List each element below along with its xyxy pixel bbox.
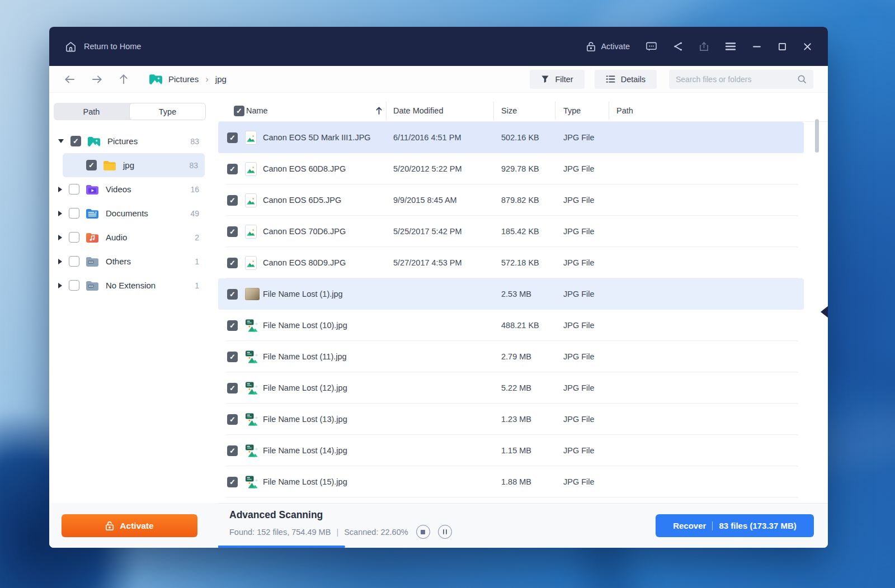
minimize-icon[interactable] <box>752 41 762 51</box>
file-size: 1.23 MB <box>501 415 531 424</box>
back-icon[interactable] <box>64 74 76 84</box>
feedback-chat-icon[interactable] <box>646 41 657 52</box>
tab-path[interactable]: Path <box>54 103 129 120</box>
scan-progress-bar <box>218 546 345 548</box>
tree-checkbox[interactable] <box>69 280 79 291</box>
column-header-size[interactable]: Size <box>501 99 517 122</box>
file-size: 1.88 MB <box>501 477 531 486</box>
sidebar-item-documents[interactable]: Documents49 <box>54 201 206 225</box>
menu-icon[interactable] <box>725 42 736 51</box>
pause-scan-button[interactable] <box>438 525 452 539</box>
file-row[interactable]: ✓Canon EOS 60D8.JPG5/20/2012 5:22 PM929.… <box>218 153 804 184</box>
caret-collapsed-icon[interactable] <box>58 211 62 216</box>
column-header-date[interactable]: Date Modified <box>393 99 443 122</box>
column-header-type[interactable]: Type <box>563 99 581 122</box>
export-icon[interactable] <box>699 41 709 52</box>
row-divider <box>226 497 798 497</box>
file-row[interactable]: ✓Canon EOS 5D Mark III1.JPG6/11/2016 4:5… <box>218 122 804 153</box>
stop-scan-button[interactable] <box>416 525 430 539</box>
file-size: 502.16 KB <box>501 133 539 142</box>
search-icon[interactable] <box>797 74 807 84</box>
window-body: Path Type ✓Pictures83✓jpg83Videos16Docum… <box>49 93 828 503</box>
file-type: JPG File <box>563 446 595 455</box>
tree-checkbox[interactable] <box>69 232 79 243</box>
sidebar-item-audio[interactable]: Audio2 <box>54 225 206 249</box>
recover-button[interactable]: Recover 83 files (173.37 MB) <box>656 514 814 537</box>
activate-button-label: Activate <box>120 521 153 531</box>
up-icon[interactable] <box>119 73 129 85</box>
file-row[interactable]: ✓Canon EOS 6D5.JPG9/9/2015 8:45 AM879.82… <box>218 184 804 216</box>
tree-checkbox[interactable]: ✓ <box>70 136 81 146</box>
row-checkbox[interactable]: ✓ <box>227 414 238 425</box>
desktop-wallpaper: Return to Home Activate <box>0 0 895 588</box>
file-size: 1.15 MB <box>501 446 531 455</box>
tree-item-label: jpg <box>123 160 134 170</box>
row-checkbox[interactable]: ✓ <box>227 383 238 393</box>
search-box[interactable] <box>669 70 813 89</box>
sidebar-item-pictures[interactable]: ✓Pictures83 <box>54 129 206 153</box>
row-checkbox[interactable]: ✓ <box>227 445 238 456</box>
file-row[interactable]: ✓Canon EOS 80D9.JPG5/27/2017 4:53 PM572.… <box>218 247 804 278</box>
titlebar-activate-button[interactable]: Activate <box>586 41 630 52</box>
file-row[interactable]: ✓File Name Lost (14).jpg1.15 MBJPG File <box>218 435 804 466</box>
file-type: JPG File <box>563 258 595 267</box>
file-row[interactable]: ✓File Name Lost (11).jpg2.79 MBJPG File <box>218 341 804 372</box>
sidebar-item-no-extension[interactable]: No Extension1 <box>54 273 206 297</box>
tree-checkbox[interactable]: ✓ <box>86 160 97 170</box>
forward-icon[interactable] <box>91 74 103 84</box>
breadcrumb-root[interactable]: Pictures <box>168 74 199 84</box>
vertical-scrollbar[interactable] <box>815 119 819 153</box>
tree-checkbox[interactable] <box>69 184 79 195</box>
file-type: JPG File <box>563 321 595 330</box>
caret-collapsed-icon[interactable] <box>58 187 62 192</box>
file-row[interactable]: ✓Canon EOS 70D6.JPG5/25/2017 5:42 PM185.… <box>218 216 804 247</box>
share-icon[interactable] <box>673 41 683 51</box>
row-checkbox[interactable]: ✓ <box>227 195 238 206</box>
column-header-path[interactable]: Path <box>616 99 633 122</box>
collapse-panel-handle[interactable] <box>821 306 828 318</box>
lock-icon <box>105 521 114 531</box>
row-checkbox[interactable]: ✓ <box>227 477 238 487</box>
sort-ascending-icon[interactable] <box>375 99 383 122</box>
folder-folder-icon <box>103 160 116 171</box>
column-header-name[interactable]: Name <box>246 99 268 122</box>
details-label: Details <box>621 75 646 84</box>
file-row[interactable]: ✓File Name Lost (1).jpg2.53 MBJPG File <box>218 278 804 310</box>
file-rows: ✓Canon EOS 5D Mark III1.JPG6/11/2016 4:5… <box>218 122 828 497</box>
row-checkbox[interactable]: ✓ <box>227 226 238 237</box>
activate-button[interactable]: Activate <box>62 514 197 537</box>
caret-collapsed-icon[interactable] <box>58 259 62 264</box>
search-input[interactable] <box>676 75 797 84</box>
row-checkbox[interactable]: ✓ <box>227 320 238 331</box>
row-checkbox[interactable]: ✓ <box>227 289 238 300</box>
sidebar-item-others[interactable]: Others1 <box>54 249 206 273</box>
file-type: JPG File <box>563 133 595 142</box>
caret-collapsed-icon[interactable] <box>58 283 62 288</box>
maximize-icon[interactable] <box>778 42 787 51</box>
caret-expanded-icon[interactable] <box>58 139 64 143</box>
row-checkbox[interactable]: ✓ <box>227 164 238 174</box>
jpg-file-icon <box>245 225 257 239</box>
file-type: JPG File <box>563 227 595 236</box>
file-row[interactable]: ✓File Name Lost (10).jpg488.21 KBJPG Fil… <box>218 310 804 341</box>
file-row[interactable]: ✓File Name Lost (13).jpg1.23 MBJPG File <box>218 404 804 435</box>
file-row[interactable]: ✓File Name Lost (15).jpg1.88 MBJPG File <box>218 466 804 497</box>
return-to-home-button[interactable]: Return to Home <box>65 41 141 53</box>
row-checkbox[interactable]: ✓ <box>227 132 238 143</box>
breadcrumb-current[interactable]: jpg <box>215 74 227 84</box>
sidebar-item-videos[interactable]: Videos16 <box>54 177 206 201</box>
tree-checkbox[interactable] <box>69 256 79 267</box>
titlebar-activate-label: Activate <box>601 42 630 51</box>
close-icon[interactable] <box>803 42 812 51</box>
row-checkbox[interactable]: ✓ <box>227 352 238 362</box>
filter-button[interactable]: Filter <box>530 70 584 89</box>
row-checkbox[interactable]: ✓ <box>227 258 238 268</box>
sidebar-item-jpg[interactable]: ✓jpg83 <box>63 153 205 177</box>
tree-checkbox[interactable] <box>69 208 79 219</box>
tree-item-label: No Extension <box>106 281 156 290</box>
file-row[interactable]: ✓File Name Lost (12).jpg5.22 MBJPG File <box>218 372 804 404</box>
caret-collapsed-icon[interactable] <box>58 235 62 240</box>
select-all-checkbox[interactable]: ✓ <box>227 99 244 122</box>
details-button[interactable]: Details <box>595 70 657 89</box>
tab-type[interactable]: Type <box>129 103 206 120</box>
